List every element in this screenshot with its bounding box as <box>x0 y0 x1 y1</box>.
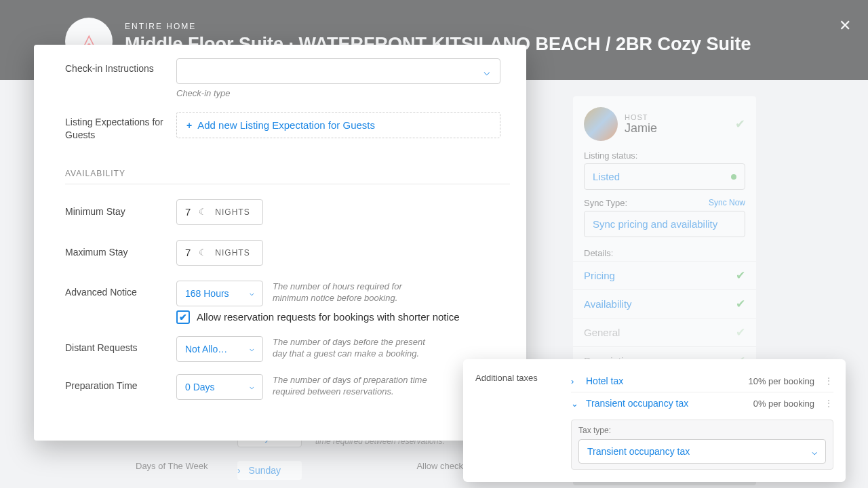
listing-status-label: Listing status: <box>573 145 756 163</box>
preparation-time-select[interactable]: 0 Days ⌵ <box>176 374 263 400</box>
status-dot-icon <box>731 174 736 180</box>
minimum-stay-label: Minimum Stay <box>65 205 167 218</box>
more-icon[interactable]: ⋮ <box>824 398 833 409</box>
additional-taxes-label: Additional taxes <box>475 370 553 470</box>
sync-type-value: Sync pricing and availability <box>593 218 717 230</box>
preparation-time-value: 0 Days <box>185 382 215 392</box>
tax-type-value: Transient occupancy tax <box>587 446 690 457</box>
chevron-down-icon: ⌵ <box>812 446 817 457</box>
moon-icon: ☾ <box>199 247 207 258</box>
moon-icon: ☾ <box>199 207 207 217</box>
add-expectation-button[interactable]: + Add new Listing Expectation for Guests <box>176 112 500 138</box>
listing-status-value: Listed <box>593 171 620 182</box>
advanced-notice-select[interactable]: 168 Hours ⌵ <box>176 281 263 306</box>
advanced-notice-label: Advanced Notice <box>65 281 167 299</box>
additional-taxes-panel: Additional taxes › Hotel tax 10% per boo… <box>463 359 846 482</box>
verified-check-icon: ✔ <box>735 117 745 131</box>
plus-icon: + <box>186 120 192 131</box>
preparation-time-help: The number of days of preparation time r… <box>273 374 435 398</box>
maximum-stay-value: 7 <box>185 247 191 258</box>
nights-label: NIGHTS <box>215 207 250 217</box>
distant-requests-value: Not Allo… <box>185 344 227 354</box>
check-icon: ✔ <box>736 325 745 340</box>
days-of-week-label: Days of The Week <box>136 461 224 471</box>
listing-sidebar: HOST Jamie ✔ Listing status: Listed Sync… <box>573 96 756 382</box>
maximum-stay-label: Maximum Stay <box>65 246 167 259</box>
chevron-down-icon: ⌵ <box>250 382 254 391</box>
minimum-stay-input[interactable]: 7 ☾ NIGHTS <box>176 199 263 225</box>
listing-category: ENTIRE HOME <box>125 22 196 31</box>
check-icon: ✔ <box>736 268 745 283</box>
chevron-down-icon: ⌵ <box>250 344 254 353</box>
advanced-notice-value: 168 Hours <box>185 288 229 299</box>
maximum-stay-input[interactable]: 7 ☾ NIGHTS <box>176 240 263 266</box>
distant-requests-help: The number of days before the present da… <box>273 336 435 360</box>
sidebar-item-general[interactable]: General✔ <box>573 318 756 346</box>
sunday-link[interactable]: › Sunday <box>237 461 302 480</box>
expectations-label: Listing Expectations for Guests <box>65 112 167 142</box>
tax-name: Transient occupancy tax <box>586 398 748 409</box>
sidebar-item-pricing[interactable]: Pricing✔ <box>573 261 756 289</box>
chevron-down-icon: ⌵ <box>250 289 254 298</box>
shorter-notice-checkbox[interactable]: ✔ <box>176 310 190 324</box>
nights-label: NIGHTS <box>215 248 250 258</box>
tax-item-hotel[interactable]: › Hotel tax 10% per booking ⋮ <box>571 370 833 392</box>
distant-requests-label: Distant Requests <box>65 336 167 354</box>
more-icon[interactable]: ⋮ <box>824 375 833 386</box>
checkin-type-select[interactable]: ⌵ <box>176 58 500 84</box>
tax-type-select[interactable]: Transient occupancy tax ⌵ <box>578 439 826 464</box>
chevron-down-icon: ⌵ <box>484 65 490 78</box>
advanced-notice-help: The number of hours required for minimum… <box>273 281 435 304</box>
tax-type-label: Tax type: <box>578 426 826 435</box>
close-icon[interactable]: ✕ <box>839 17 851 35</box>
chevron-right-icon: › <box>571 376 580 386</box>
chevron-down-icon: ⌄ <box>571 399 580 409</box>
tax-name: Hotel tax <box>586 375 743 386</box>
sidebar-item-availability[interactable]: Availability✔ <box>573 289 756 318</box>
host-name: Jamie <box>625 121 657 136</box>
tax-rate: 10% per booking <box>748 376 814 386</box>
sync-now-link[interactable]: Sync Now <box>709 198 745 208</box>
tax-rate: 0% per booking <box>753 399 814 409</box>
availability-settings-modal: Check-in Instructions ⌵ Check-in type Li… <box>34 45 526 441</box>
minimum-stay-value: 7 <box>185 206 191 218</box>
checkin-type-hint: Check-in type <box>176 88 509 98</box>
checkin-instructions-label: Check-in Instructions <box>65 58 167 75</box>
listing-status-select[interactable]: Listed <box>584 163 745 190</box>
check-icon: ✔ <box>736 297 745 311</box>
chevron-right-icon: › <box>237 465 243 476</box>
shorter-notice-label: Allow reservation requests for bookings … <box>197 311 460 323</box>
host-label: HOST <box>625 113 657 121</box>
sync-type-label: Sync Type: <box>584 198 627 208</box>
tax-item-transient[interactable]: ⌄ Transient occupancy tax 0% per booking… <box>571 392 833 414</box>
add-expectation-label: Add new Listing Expectation for Guests <box>197 119 375 131</box>
availability-heading: AVAILABILITY <box>65 169 510 184</box>
details-label: Details: <box>573 243 756 261</box>
host-avatar <box>584 107 618 141</box>
sync-type-select[interactable]: Sync pricing and availability <box>584 211 745 237</box>
distant-requests-select[interactable]: Not Allo… ⌵ <box>176 336 263 362</box>
preparation-time-label: Preparation Time <box>65 374 167 392</box>
